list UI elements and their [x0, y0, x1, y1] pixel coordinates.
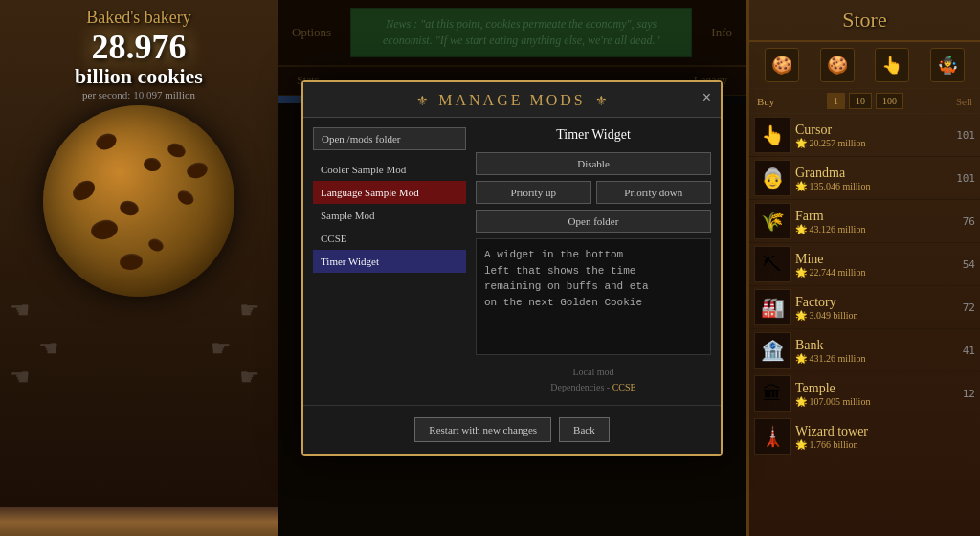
store-item-name: Wizard tower — [795, 424, 947, 439]
store-items-list: 👆 Cursor 🌟 20.257 million 101 👵 Grandma … — [749, 114, 980, 458]
qty-1-button[interactable]: 1 — [827, 93, 845, 109]
store-icon-cursor[interactable]: 👆 — [875, 48, 909, 82]
store-item-name: Factory — [795, 295, 947, 310]
hand-icon: ☛ — [239, 297, 260, 324]
back-button[interactable]: Back — [559, 417, 610, 442]
store-item-name: Mine — [795, 252, 947, 267]
store-item-factory[interactable]: 🏭 Factory 🌟 3.049 billion 72 — [749, 286, 980, 329]
store-item-cost: 🌟 107.005 million — [795, 396, 947, 407]
store-item-cost: 🌟 431.26 million — [795, 353, 947, 364]
priority-up-button[interactable]: Priority up — [476, 181, 591, 204]
mod-item-language[interactable]: Language Sample Mod — [313, 181, 466, 204]
sell-label: Sell — [956, 96, 972, 107]
modal-header: ⚜ Manage Mods ⚜ × — [303, 82, 721, 118]
store-title: Store — [749, 0, 980, 42]
open-folder-button[interactable]: Open /mods folder — [313, 127, 466, 150]
store-item-name: Bank — [795, 338, 947, 353]
hand-icon: ☚ — [38, 335, 59, 362]
milk-bar — [0, 507, 278, 536]
cookie-per-second: per second: 10.097 million — [0, 89, 278, 100]
store-icon-cookie2[interactable]: 🍪 — [820, 48, 855, 82]
hand-icon: ☚ — [10, 364, 31, 391]
dependencies-label: Dependencies - — [550, 382, 610, 392]
buy-sell-row: Buy 1 10 100 Sell — [749, 89, 980, 114]
disable-mod-button[interactable]: Disable — [476, 152, 711, 175]
store-item-cost: 🌟 3.049 billion — [795, 310, 947, 321]
modal-footer: Restart with new changes Back — [303, 405, 721, 454]
store-item-icon: 🏛 — [754, 375, 791, 412]
open-mod-folder-button[interactable]: Open folder — [476, 210, 711, 233]
store-item-farm[interactable]: 🌾 Farm 🌟 43.126 million 76 — [749, 200, 980, 243]
bakery-name: Baked's bakery — [0, 0, 278, 30]
store-item-name: Farm — [795, 209, 947, 224]
store-icon-misc[interactable]: 🤹 — [930, 48, 965, 82]
manage-mods-modal: ⚜ Manage Mods ⚜ × Open /mods folder Cool… — [301, 80, 723, 456]
store-item-icon: 👆 — [754, 117, 791, 153]
store-item-count: 41 — [951, 345, 975, 357]
dependencies-value: CCSE — [612, 382, 636, 392]
hand-icon: ☚ — [10, 297, 31, 324]
store-item-count: 12 — [951, 388, 975, 400]
mod-description: A widget in the bottom left that shows t… — [476, 238, 711, 355]
store-icons-row: 🍪 🍪 👆 🤹 — [749, 42, 980, 89]
store-item-name: Cursor — [795, 123, 947, 138]
store-item-icon: 👵 — [754, 160, 791, 196]
priority-down-button[interactable]: Priority down — [596, 181, 712, 204]
store-item-cost: 🌟 1.766 billion — [795, 439, 947, 450]
store-item-icon: ⛏ — [754, 246, 791, 282]
cookie-count: 28.976 — [0, 30, 278, 64]
store-item-count: 101 — [951, 129, 975, 142]
qty-10-button[interactable]: 10 — [849, 93, 872, 109]
hand-icon: ☛ — [211, 335, 232, 362]
store-panel: Store 🍪 🍪 👆 🤹 Buy 1 10 100 Sell 👆 Cursor… — [746, 0, 980, 536]
modal-close-button[interactable]: × — [702, 90, 711, 105]
store-item-cost: 🌟 22.744 million — [795, 267, 947, 278]
store-item-count: 54 — [951, 258, 975, 271]
qty-100-button[interactable]: 100 — [876, 93, 903, 109]
store-item-icon: 🗼 — [754, 418, 791, 455]
store-item-icon: 🏭 — [754, 289, 791, 325]
restart-button[interactable]: Restart with new changes — [414, 417, 551, 442]
local-mod-label: Local mod — [572, 367, 613, 377]
mod-meta: Local mod Dependencies - CCSE — [476, 365, 711, 395]
cookie-unit: billion cookies — [0, 64, 278, 89]
store-item-cursor[interactable]: 👆 Cursor 🌟 20.257 million 101 — [749, 114, 980, 157]
store-item-mine[interactable]: ⛏ Mine 🌟 22.744 million 54 — [749, 243, 980, 286]
modal-title: Manage Mods — [438, 92, 585, 108]
store-item-count: 72 — [951, 302, 975, 314]
store-item-grandma[interactable]: 👵 Grandma 🌟 135.046 million 101 — [749, 157, 980, 200]
mod-item-ccse[interactable]: CCSE — [313, 227, 466, 250]
mods-sidebar: Open /mods folder Cooler Sample Mod Lang… — [313, 127, 466, 395]
store-icon-cookie[interactable]: 🍪 — [765, 48, 799, 82]
store-item-icon: 🏦 — [754, 332, 791, 368]
mod-item-timer[interactable]: Timer Widget — [313, 250, 466, 273]
left-panel: Baked's bakery 28.976 billion cookies pe… — [0, 0, 278, 536]
priority-row: Priority up Priority down — [476, 181, 711, 204]
store-item-temple[interactable]: 🏛 Temple 🌟 107.005 million 12 — [749, 372, 980, 415]
store-item-cost: 🌟 135.046 million — [795, 181, 947, 191]
ornament-right: ⚜ — [595, 94, 608, 108]
cookie-image[interactable] — [43, 105, 234, 297]
store-item-bank[interactable]: 🏦 Bank 🌟 431.26 million 41 — [749, 329, 980, 372]
store-item-wizard-tower[interactable]: 🗼 Wizard tower 🌟 1.766 billion — [749, 415, 980, 458]
store-item-count: 101 — [951, 172, 975, 185]
store-item-count: 76 — [951, 215, 975, 228]
mod-item-sample[interactable]: Sample Mod — [313, 204, 466, 227]
mod-item-cooler[interactable]: Cooler Sample Mod — [313, 158, 466, 181]
store-item-cost: 🌟 20.257 million — [795, 138, 947, 148]
modal-body: Open /mods folder Cooler Sample Mod Lang… — [303, 118, 721, 405]
store-item-name: Temple — [795, 381, 947, 396]
store-item-cost: 🌟 43.126 million — [795, 224, 947, 234]
store-item-name: Grandma — [795, 166, 947, 181]
buy-label: Buy — [757, 96, 774, 107]
store-item-icon: 🌾 — [754, 203, 791, 239]
mod-detail-title: Timer Widget — [476, 127, 711, 143]
ornament-left: ⚜ — [416, 94, 429, 108]
hand-icon: ☛ — [239, 364, 260, 391]
modal-overlay: ⚜ Manage Mods ⚜ × Open /mods folder Cool… — [278, 0, 746, 536]
mod-detail-panel: Timer Widget Disable Priority up Priorit… — [476, 127, 711, 395]
